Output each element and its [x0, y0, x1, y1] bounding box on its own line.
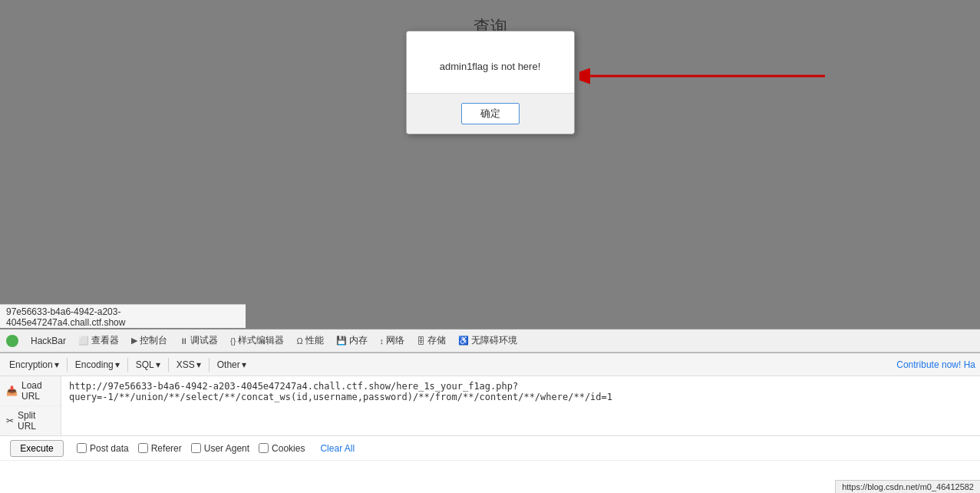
performance-label: 性能: [305, 334, 324, 347]
hackbar-url-area: 📥 Load URL ✂ Split URL: [0, 376, 980, 436]
post-data-label: Post data: [90, 443, 129, 454]
storage-label: 存储: [427, 334, 446, 347]
sql-label: SQL: [136, 359, 154, 370]
encoding-chevron-icon: ▾: [115, 359, 120, 370]
status-bar-url: https://blog.csdn.net/m0_46412582: [835, 480, 980, 493]
post-data-checkbox[interactable]: [77, 443, 87, 453]
other-dropdown[interactable]: Other ▾: [213, 358, 251, 372]
xss-dropdown[interactable]: XSS ▾: [172, 358, 206, 372]
debugger-icon: ⏸: [180, 336, 188, 346]
dialog-message: admin1flag is not here!: [440, 61, 541, 72]
execute-button[interactable]: Execute: [10, 440, 63, 457]
post-data-checkbox-group[interactable]: Post data: [77, 443, 129, 454]
hackbar-side-buttons: 📥 Load URL ✂ Split URL: [0, 376, 61, 435]
contribute-link[interactable]: Contribute now! Ha: [896, 359, 975, 370]
accessibility-icon: ♿: [458, 336, 469, 346]
dialog-overlay: admin1flag is not here! 确定: [0, 0, 980, 330]
dialog-footer: 确定: [407, 93, 574, 134]
console-icon: ▶: [131, 336, 137, 346]
encryption-label: Encryption: [9, 359, 53, 370]
load-url-button[interactable]: 📥 Load URL: [0, 376, 61, 406]
console-label: 控制台: [140, 334, 167, 347]
hackbar-bottom-row: Execute Post data Referer User Agent Coo…: [0, 436, 980, 461]
toolbar-sep-1: [67, 358, 68, 372]
execute-side: Execute: [6, 440, 68, 457]
clear-all-link[interactable]: Clear All: [320, 443, 355, 454]
referer-checkbox-group[interactable]: Referer: [138, 443, 182, 454]
user-agent-label: User Agent: [204, 443, 249, 454]
devtools-bar: HackBar ⬜ 查看器 ▶ 控制台 ⏸ 调试器 {} 样式编辑器 Ω 性能 …: [0, 328, 980, 352]
viewer-icon: ⬜: [78, 336, 89, 346]
viewer-label: 查看器: [91, 334, 119, 347]
network-icon: ↕: [380, 336, 384, 346]
split-url-icon: ✂: [6, 415, 14, 426]
user-agent-checkbox[interactable]: [191, 443, 201, 453]
sql-chevron-icon: ▾: [156, 359, 160, 370]
hackbar-tab[interactable]: HackBar: [26, 334, 71, 348]
devtools-accessibility[interactable]: ♿ 无障碍环境: [454, 333, 522, 349]
memory-label: 内存: [349, 334, 368, 347]
referer-checkbox[interactable]: [138, 443, 148, 453]
toolbar-sep-3: [168, 358, 169, 372]
alert-dialog: admin1flag is not here! 确定: [406, 31, 575, 134]
encoding-label: Encoding: [75, 359, 114, 370]
xss-chevron-icon: ▾: [196, 359, 201, 370]
storage-icon: 🗄: [417, 336, 425, 346]
devtools-viewer[interactable]: ⬜ 查看器: [74, 333, 124, 349]
accessibility-label: 无障碍环境: [471, 334, 517, 347]
cookies-checkbox[interactable]: [259, 443, 269, 453]
memory-icon: 💾: [336, 336, 347, 346]
load-url-label: Load URL: [21, 380, 54, 402]
devtools-debugger[interactable]: ⏸ 调试器: [175, 333, 223, 349]
contribute-suffix: Ha: [964, 359, 975, 370]
cookies-label: Cookies: [272, 443, 305, 454]
other-label: Other: [217, 359, 240, 370]
hackbar-panel: Encryption ▾ Encoding ▾ SQL ▾ XSS ▾ Othe…: [0, 352, 980, 493]
split-url-button[interactable]: ✂ Split URL: [0, 406, 61, 435]
hackbar-icon: [6, 335, 18, 347]
sql-dropdown[interactable]: SQL ▾: [131, 358, 165, 372]
style-editor-label: 样式编辑器: [238, 334, 284, 347]
toolbar-sep-2: [127, 358, 128, 372]
encryption-chevron-icon: ▾: [54, 359, 59, 370]
contribute-label: Contribute now!: [896, 359, 961, 370]
browser-content: 查询 admin1flag is not here! 确定: [0, 0, 980, 330]
dialog-ok-button[interactable]: 确定: [461, 103, 520, 124]
devtools-memory[interactable]: 💾 内存: [332, 333, 372, 349]
devtools-style-editor[interactable]: {} 样式编辑器: [226, 333, 289, 349]
encoding-dropdown[interactable]: Encoding ▾: [71, 358, 124, 372]
load-url-icon: 📥: [6, 385, 18, 396]
devtools-performance[interactable]: Ω 性能: [292, 333, 328, 349]
debugger-label: 调试器: [190, 334, 218, 347]
dialog-body: admin1flag is not here!: [407, 31, 574, 93]
user-agent-checkbox-group[interactable]: User Agent: [191, 443, 249, 454]
style-editor-icon: {}: [230, 336, 236, 346]
split-url-label: Split URL: [18, 410, 54, 432]
devtools-console[interactable]: ▶ 控制台: [127, 333, 172, 349]
hackbar-toolbar: Encryption ▾ Encoding ▾ SQL ▾ XSS ▾ Othe…: [0, 353, 980, 376]
encryption-dropdown[interactable]: Encryption ▾: [5, 358, 64, 372]
url-tab-bar: 97e56633-b4a6-4942-a203-4045e47247a4.cha…: [0, 304, 246, 330]
hackbar-label: HackBar: [31, 336, 66, 346]
xss-label: XSS: [177, 359, 195, 370]
other-chevron-icon: ▾: [242, 359, 246, 370]
devtools-network[interactable]: ↕ 网络: [375, 333, 410, 349]
toolbar-sep-4: [209, 358, 210, 372]
red-arrow-indicator: [579, 68, 825, 84]
url-tab-label: 97e56633-b4a6-4942-a203-4045e47247a4.cha…: [6, 306, 125, 328]
performance-icon: Ω: [296, 336, 302, 346]
network-label: 网络: [386, 334, 404, 347]
devtools-storage[interactable]: 🗄 存储: [412, 333, 450, 349]
url-input[interactable]: [61, 376, 980, 435]
cookies-checkbox-group[interactable]: Cookies: [259, 443, 305, 454]
referer-label: Referer: [151, 443, 182, 454]
